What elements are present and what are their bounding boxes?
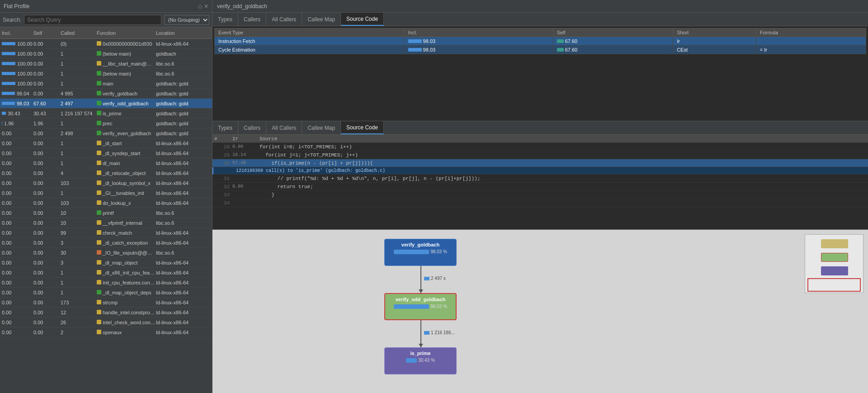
table-row[interactable]: 100.000.001__libc_start_main@@GLIBC...li…	[0, 59, 212, 69]
called-cell: 1	[61, 61, 97, 66]
tab-callee-map-top[interactable]: Callee Map	[302, 13, 341, 26]
function-cell: _dl_sysdep_start	[97, 151, 156, 156]
tab-types-mid[interactable]: Types	[212, 121, 238, 134]
table-row[interactable]: 100.000.001(below main)libc.so.6	[0, 69, 212, 79]
tab-callee-map-mid[interactable]: Callee Map	[302, 121, 341, 134]
call-graph-node-is_prime[interactable]: is_prime30.43 %	[384, 347, 457, 374]
col-function[interactable]: Function	[97, 30, 156, 36]
node-bar	[394, 304, 429, 309]
left-panel-title: Flat Profile	[4, 3, 29, 9]
line-number: 33	[214, 192, 232, 198]
location-cell: ld-linux-x86-64	[156, 260, 210, 265]
node-pct-text: 98.03 %	[430, 304, 447, 309]
table-row[interactable]: 1.961.961precgoldbach: gold	[0, 118, 212, 128]
table-row[interactable]: 0.000.001dl_mainld-linux-x86-64	[0, 158, 212, 168]
self-cell: 0.00	[33, 61, 61, 66]
function-cell: verify_goldbach	[97, 91, 156, 96]
called-cell: 26	[61, 320, 97, 325]
function-icon	[97, 161, 101, 165]
table-row[interactable]: 98.0367.602 497verify_odd_goldbachgoldba…	[0, 99, 212, 109]
function-name: (below main)	[103, 71, 131, 76]
self-cell: 0.00	[33, 141, 61, 146]
tab-callers-mid[interactable]: Callers	[238, 121, 266, 134]
source-line[interactable]: 34	[212, 199, 868, 207]
event-row[interactable]: Instruction Fetch 98.03 67.60Ir	[215, 37, 866, 46]
table-row[interactable]: 0.000.0030_IO_file_xsputn@@GLIBC_2...lib…	[0, 248, 212, 258]
table-row[interactable]: 0.000.001_GI__tunables_initld-linux-x86-…	[0, 188, 212, 198]
table-row[interactable]: 0.000.0099check_matchld-linux-x86-64	[0, 228, 212, 238]
function-cell: __vfprintf_internal	[97, 220, 156, 226]
source-line[interactable]: 320.00 return true;	[212, 183, 868, 191]
table-row[interactable]: 0.000.0012handle_intel.constprop.0ld-lin…	[0, 308, 212, 317]
tab-all-callers-mid[interactable]: All Callers	[266, 121, 302, 134]
function-name: _GI__tunables_init	[103, 190, 144, 196]
incl-bar	[2, 92, 15, 95]
pin-icon[interactable]: ◇	[198, 3, 202, 9]
call-graph-node-verify_odd_goldbach[interactable]: verify_odd_goldbach98.03 %	[384, 293, 457, 320]
search-input[interactable]	[24, 15, 161, 25]
event-table: Event Type Incl. Self Short Formula Inst…	[212, 26, 868, 121]
table-row[interactable]: 100.000.00(0)0x000000000001d930ld-linux-…	[0, 39, 212, 49]
table-row[interactable]: 0.000.003_dl_catch_exceptionld-linux-x86…	[0, 238, 212, 248]
table-row[interactable]: 100.000.001maingoldbach: gold	[0, 79, 212, 89]
source-line[interactable]: 31 // printf("%d: %d + %d + %d\n", n, pr…	[212, 175, 868, 183]
col-location[interactable]: Location	[156, 30, 210, 36]
location-cell: ld-linux-x86-64	[156, 161, 210, 166]
mini-map-viewport[interactable]	[807, 278, 861, 292]
table-row[interactable]: 0.000.001_dl_sysdep_startld-linux-x86-64	[0, 148, 212, 158]
call-graph-arrow	[420, 266, 421, 293]
function-icon	[97, 141, 101, 145]
col-incl[interactable]: Incl.	[2, 30, 33, 36]
table-row[interactable]: 0.000.004_dl_relocate_objectld-linux-x86…	[0, 168, 212, 178]
table-row[interactable]: 98.040.004 995verify_goldbachgoldbach: g…	[0, 89, 212, 99]
col-self[interactable]: Self	[33, 30, 61, 36]
table-row[interactable]: 0.000.002 498verify_even_goldbachgoldbac…	[0, 128, 212, 138]
table-row[interactable]: 0.000.001_dl_map_object_depsld-linux-x86…	[0, 288, 212, 298]
table-row[interactable]: 0.000.00103_dl_lookup_symbol_xld-linux-x…	[0, 178, 212, 188]
called-cell: 4 995	[61, 91, 97, 96]
col-called[interactable]: Called	[61, 30, 97, 36]
called-cell: 10	[61, 220, 97, 226]
left-title-bar: Flat Profile ◇ ✕	[0, 0, 212, 13]
incl-cell: 98.04	[2, 91, 33, 96]
src-col-num: #	[214, 136, 232, 142]
table-row[interactable]: 100.000.001(below main)goldbach	[0, 49, 212, 59]
callout-text: 1216186360 call(s) to 'is_prime' (goldba…	[236, 168, 385, 173]
table-row[interactable]: 0.000.00103do_lookup_xld-linux-x86-64	[0, 198, 212, 208]
table-row[interactable]: 0.000.0010printflibc.so.6	[0, 208, 212, 218]
self-cell: 0.00	[33, 220, 61, 226]
source-line[interactable]: 2910.14 for(int j=1; j<TOT_PRIMES; j++)	[212, 151, 868, 159]
table-row[interactable]: 0.000.00173strcmpld-linux-x86-64	[0, 298, 212, 308]
self-cell: 0.00	[33, 320, 61, 325]
tab-source-code-top[interactable]: Source Code	[341, 13, 384, 26]
incl-value: 1.96	[4, 121, 14, 126]
table-row[interactable]: 30.4330.431 216 197 574is_primegoldbach:…	[0, 109, 212, 118]
incl-cell: 0.00	[2, 230, 33, 236]
source-line[interactable]: 3057.46 if(is_prime(n - (pr[i] + pr[j]))…	[212, 159, 868, 167]
event-row[interactable]: Cycle Estimation 98.03 67.60CEst= Ir	[215, 46, 866, 54]
tab-types-top[interactable]: Types	[212, 13, 238, 26]
line-number: 29	[214, 152, 232, 158]
table-row[interactable]: 0.000.0026intel_check_word.constpro...ld…	[0, 317, 212, 327]
close-icon[interactable]: ✕	[204, 3, 208, 9]
source-line[interactable]: 280.00for(int i=0; i<TOT_PRIMES; i++)	[212, 143, 868, 151]
incl-cell: 0.00	[2, 190, 33, 196]
node-label-text: verify_goldbach	[389, 242, 452, 247]
table-row[interactable]: 0.000.001_dl_startld-linux-x86-64	[0, 138, 212, 148]
table-row[interactable]: 0.000.001_dl_x86_init_cpu_featuresld-lin…	[0, 268, 212, 278]
tab-callers-top[interactable]: Callers	[238, 13, 266, 26]
incl-bar	[2, 62, 15, 65]
table-row[interactable]: 0.000.002openauxld-linux-x86-64	[0, 327, 212, 337]
table-row[interactable]: 0.000.003_dl_map_objectld-linux-x86-64	[0, 258, 212, 268]
source-line[interactable]: 33 }	[212, 191, 868, 199]
grouping-select[interactable]: (No Grouping) By Object By File	[164, 15, 209, 25]
line-ir: 10.14	[232, 152, 259, 157]
call-graph-node-verify_goldbach[interactable]: verify_goldbach98.03 %	[384, 239, 457, 266]
table-row[interactable]: 0.000.0010__vfprintf_internallibc.so.6	[0, 218, 212, 228]
tab-source-code-mid[interactable]: Source Code	[341, 121, 384, 134]
table-row[interactable]: 0.000.001init_cpu_features.constpro...ld…	[0, 278, 212, 288]
tab-all-callers-top[interactable]: All Callers	[266, 13, 302, 26]
function-icon	[97, 61, 101, 66]
location-cell: ld-linux-x86-64	[156, 280, 210, 285]
source-line[interactable]: 1216186360 call(s) to 'is_prime' (goldba…	[212, 167, 868, 175]
